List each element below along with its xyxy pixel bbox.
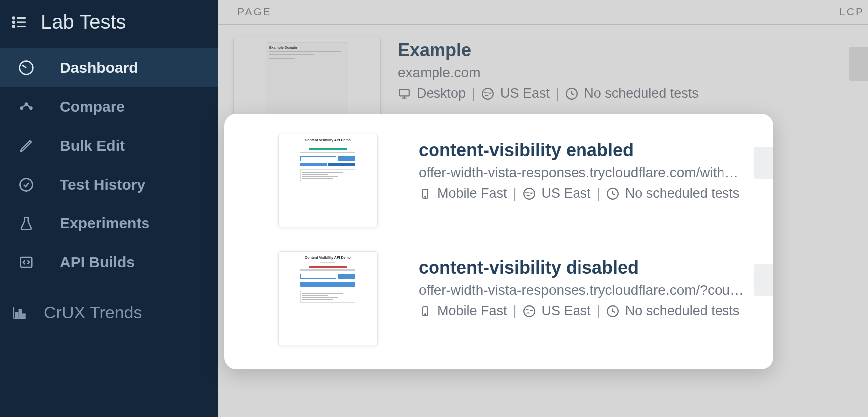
- pencil-icon: [18, 137, 35, 154]
- schedule-label: No scheduled tests: [625, 186, 740, 201]
- svg-point-21: [482, 88, 493, 99]
- code-box-icon: [18, 254, 35, 271]
- device-label: Mobile Fast: [437, 186, 507, 201]
- check-circle-icon: [18, 176, 35, 193]
- thumb-title: Content Visibility API Demo: [300, 256, 355, 260]
- clock-icon: [606, 187, 619, 200]
- page-thumbnail: Content Visibility API Demo ——————: [278, 134, 378, 227]
- region-label: US East: [542, 303, 591, 319]
- page-url: offer-width-vista-responses.trycloudflar…: [419, 282, 757, 298]
- device-label: Desktop: [417, 86, 466, 101]
- compare-icon: [18, 98, 35, 115]
- bar-chart-icon: [11, 304, 28, 321]
- speedometer-icon: [18, 59, 35, 76]
- svg-point-10: [20, 179, 33, 191]
- sidebar: Lab Tests Dashboard Compare Bulk Edit: [0, 0, 218, 417]
- sidebar-header: Lab Tests: [0, 0, 218, 48]
- mobile-icon: [419, 187, 432, 200]
- svg-point-4: [13, 25, 14, 27]
- sidebar-item-test-history[interactable]: Test History: [0, 165, 218, 204]
- sidebar-item-label: API Builds: [60, 254, 135, 271]
- device-label: Mobile Fast: [437, 303, 507, 319]
- mobile-icon: [419, 305, 432, 318]
- page-url: example.com: [398, 65, 736, 81]
- desktop-icon: [398, 87, 411, 100]
- thumb-title: Content Visibility API Demo: [300, 138, 355, 142]
- sidebar-item-label: Experiments: [60, 215, 149, 232]
- sidebar-title: Lab Tests: [41, 11, 126, 33]
- list-icon: [11, 14, 28, 31]
- svg-rect-18: [399, 89, 409, 96]
- drag-handle[interactable]: [849, 47, 868, 81]
- thumb-title: Example Domain: [269, 46, 345, 49]
- svg-rect-17: [23, 314, 25, 318]
- globe-icon: [523, 305, 536, 318]
- page-thumbnail: Content Visibility API Demo ——————: [278, 251, 378, 345]
- sidebar-item-experiments[interactable]: Experiments: [0, 204, 218, 243]
- svg-point-29: [524, 306, 535, 317]
- drag-handle[interactable]: [754, 264, 773, 296]
- page-meta: Mobile Fast | US East | No scheduled tes…: [419, 186, 758, 201]
- sidebar-item-crux-trends[interactable]: CrUX Trends: [0, 292, 218, 333]
- sidebar-item-label: Compare: [60, 98, 125, 115]
- svg-point-25: [524, 188, 535, 199]
- popup-card: Content Visibility API Demo —————— conte…: [224, 114, 773, 369]
- globe-icon: [481, 87, 494, 100]
- page-url: offer-width-vista-responses.trycloudflar…: [419, 165, 757, 181]
- page-meta: Mobile Fast | US East | No scheduled tes…: [419, 303, 758, 319]
- page-meta: Desktop | US East | No scheduled tests: [398, 86, 853, 101]
- page-title[interactable]: content-visibility disabled: [419, 257, 758, 278]
- sidebar-item-label: CrUX Trends: [44, 303, 142, 322]
- column-page: PAGE: [237, 6, 272, 18]
- sidebar-item-dashboard[interactable]: Dashboard: [0, 48, 218, 87]
- svg-rect-15: [16, 313, 18, 318]
- clock-icon: [606, 305, 619, 318]
- globe-icon: [523, 187, 536, 200]
- svg-point-28: [425, 314, 426, 315]
- svg-rect-16: [19, 310, 21, 318]
- region-label: US East: [542, 186, 591, 201]
- sidebar-item-bulk-edit[interactable]: Bulk Edit: [0, 126, 218, 165]
- sidebar-item-label: Bulk Edit: [60, 137, 125, 154]
- svg-point-0: [13, 17, 14, 18]
- drag-handle[interactable]: [754, 147, 773, 179]
- page-row[interactable]: Content Visibility API Demo —————— conte…: [224, 119, 773, 236]
- page-title[interactable]: Example: [398, 40, 853, 61]
- flask-icon: [18, 215, 35, 232]
- page-title[interactable]: content-visibility enabled: [419, 140, 758, 161]
- sidebar-item-label: Test History: [60, 176, 145, 193]
- svg-point-2: [13, 21, 14, 23]
- schedule-label: No scheduled tests: [584, 86, 699, 101]
- column-headers: PAGE LCP: [218, 0, 868, 25]
- schedule-label: No scheduled tests: [625, 303, 740, 319]
- page-row[interactable]: Content Visibility API Demo —————— conte…: [224, 236, 773, 354]
- sidebar-item-api-builds[interactable]: API Builds: [0, 243, 218, 282]
- sidebar-item-label: Dashboard: [60, 59, 138, 76]
- sidebar-item-compare[interactable]: Compare: [0, 87, 218, 126]
- clock-icon: [565, 87, 578, 100]
- region-label: US East: [500, 86, 550, 101]
- column-lcp: LCP: [839, 6, 868, 18]
- svg-point-24: [425, 196, 426, 197]
